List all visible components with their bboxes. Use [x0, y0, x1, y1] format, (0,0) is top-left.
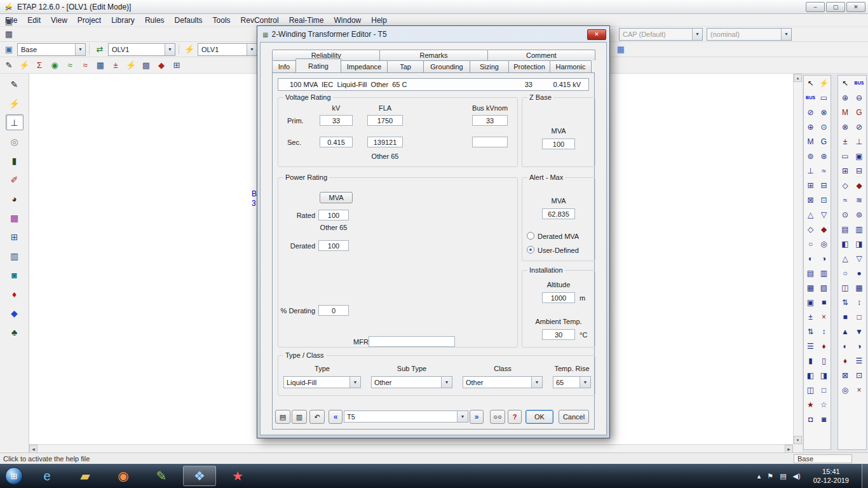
palette-element-icon[interactable]: ±	[838, 134, 852, 149]
prim-kv-field[interactable]: 33	[320, 115, 353, 126]
palette-element-icon[interactable]: ×	[817, 309, 831, 324]
palette-element-icon[interactable]: △	[838, 251, 852, 266]
palette-element-icon[interactable]: ◇	[838, 178, 852, 193]
tab[interactable]: Tap	[387, 60, 424, 72]
palette-element-icon[interactable]: ○	[838, 266, 852, 280]
clock[interactable]: 15:41 02-12-2019	[807, 467, 855, 485]
scroll-up-icon[interactable]: ▲	[794, 74, 802, 82]
palette-element-icon[interactable]: ⊕	[838, 90, 852, 105]
palette-element-icon[interactable]: ▯	[817, 353, 831, 368]
palette-element-icon[interactable]: ▥	[852, 222, 866, 236]
palette-element-icon[interactable]: ◨	[817, 368, 831, 383]
sync-icon[interactable]: ⇄	[93, 43, 107, 56]
palette-element-icon[interactable]: ⊙	[817, 119, 831, 134]
prim-fla-field[interactable]: 1750	[367, 115, 403, 126]
tab[interactable]: Grounding	[423, 60, 470, 72]
toolbar-icon[interactable]: ◉	[48, 59, 62, 72]
menu-item[interactable]: Edit	[22, 15, 46, 26]
mva-unit-button[interactable]: MVA	[320, 192, 353, 203]
palette-element-icon[interactable]: ▦	[852, 280, 866, 295]
palette-element-icon[interactable]: ↖	[838, 76, 852, 90]
palette-element-icon[interactable]: ▭	[817, 90, 831, 105]
taskbar-app-icon[interactable]: e	[31, 466, 64, 486]
tab[interactable]: Impedance	[341, 60, 388, 72]
next-element-button[interactable]: »	[470, 410, 484, 424]
tab[interactable]: Sizing	[470, 60, 509, 72]
palette-element-icon[interactable]: ◎	[838, 383, 852, 397]
ok-button[interactable]: OK	[526, 410, 553, 424]
tool-icon[interactable]: ▮	[6, 152, 24, 168]
show-desktop-button[interactable]	[862, 464, 868, 488]
menu-item[interactable]: Real-Time	[284, 15, 329, 26]
palette-element-icon[interactable]: ⊥	[852, 134, 866, 149]
toolbar-icon[interactable]: ⚡	[17, 59, 31, 72]
toolbar-icon[interactable]: ▣	[2, 15, 16, 28]
palette-element-icon[interactable]: G	[852, 105, 866, 119]
minimize-button[interactable]: ‒	[806, 2, 825, 12]
copy-button[interactable]: ▤	[275, 410, 290, 424]
taskbar-app-icon[interactable]: ❖	[183, 466, 216, 486]
palette-element-icon[interactable]: ◫	[804, 383, 817, 397]
class-combo[interactable]: Other▼	[463, 376, 543, 388]
palette-element-icon[interactable]: ⇅	[804, 324, 817, 339]
taskbar-app-icon[interactable]: ✎	[145, 466, 178, 486]
toolbar-icon[interactable]: ✂	[2, 3, 16, 15]
toolbar-icon[interactable]: Σ	[32, 59, 46, 72]
palette-element-icon[interactable]: ▤	[838, 222, 852, 236]
palette-element-icon[interactable]: ▥	[817, 266, 831, 280]
menu-item[interactable]: Rules	[140, 15, 170, 26]
palette-element-icon[interactable]: ⊙	[838, 207, 852, 222]
palette-element-icon[interactable]: BUS	[804, 90, 817, 105]
dialog-titlebar[interactable]: ▦ 2-Winding Transformer Editor - T5 ✕	[259, 27, 607, 41]
temp-rise-combo[interactable]: 65▼	[553, 376, 591, 388]
menu-item[interactable]: RevControl	[236, 15, 284, 26]
help-button[interactable]: ?	[508, 410, 522, 424]
palette-element-icon[interactable]: ▧	[817, 280, 831, 295]
tool-icon[interactable]: ♦	[6, 286, 24, 302]
tool-icon[interactable]: ⊞	[6, 229, 24, 245]
palette-element-icon[interactable]: △	[804, 207, 817, 222]
tool-icon[interactable]: ▩	[6, 210, 24, 226]
element-navigator-combo[interactable]: T5▼	[344, 410, 468, 423]
tool-icon[interactable]: ✐	[6, 172, 24, 187]
maximize-button[interactable]: ▢	[826, 2, 845, 12]
user-defined-radio-label[interactable]: User-Defined	[538, 247, 579, 254]
close-button[interactable]: ✕	[846, 2, 865, 12]
toolbar-icon[interactable]: ⚡	[124, 59, 138, 72]
toolbar-icon[interactable]: ◎	[2, 0, 16, 3]
palette-element-icon[interactable]: ⇅	[838, 295, 852, 309]
palette-element-icon[interactable]: ⊡	[817, 193, 831, 207]
scroll-down-icon[interactable]: ▼	[794, 436, 802, 444]
type-combo[interactable]: Liquid-Fill▼	[283, 376, 361, 388]
palette-element-icon[interactable]: ☰	[852, 353, 866, 368]
menu-item[interactable]: Help	[366, 15, 392, 26]
palette-element-icon[interactable]: ⊚	[852, 207, 866, 222]
palette-element-icon[interactable]: ⊚	[804, 149, 817, 163]
view-combo[interactable]: OLV1▼	[198, 43, 257, 56]
toolbar-icon[interactable]: ≈	[78, 59, 92, 72]
palette-element-icon[interactable]: ⊗	[817, 105, 831, 119]
tray-icon[interactable]: ▴	[757, 472, 761, 480]
menu-item[interactable]: View	[46, 15, 72, 26]
subtype-combo[interactable]: Other▼	[371, 376, 452, 388]
prev-element-button[interactable]: «	[329, 410, 342, 424]
toolbar-icon[interactable]: ≈	[63, 59, 77, 72]
mfr-field[interactable]	[369, 336, 455, 347]
palette-element-icon[interactable]: ⊞	[838, 163, 852, 178]
tab[interactable]: Protection	[508, 60, 550, 72]
palette-element-icon[interactable]: ↖	[804, 76, 817, 90]
palette-element-icon[interactable]: ○	[804, 236, 817, 251]
dialog-close-button[interactable]: ✕	[587, 29, 606, 40]
palette-element-icon[interactable]: ⊟	[817, 178, 831, 193]
tray-icon[interactable]: ⚑	[767, 472, 773, 480]
tab[interactable]: Comment	[487, 50, 595, 60]
tool-icon[interactable]: ♣	[6, 324, 24, 340]
palette-element-icon[interactable]: ◨	[852, 236, 866, 251]
tool-icon[interactable]: ⊥	[6, 114, 24, 130]
tool-icon[interactable]: ✎	[6, 76, 24, 92]
revision-combo[interactable]: Base▼	[17, 43, 86, 56]
paste-button[interactable]: ▥	[292, 410, 307, 424]
zbase-mva-field[interactable]: 100	[542, 139, 575, 149]
palette-element-icon[interactable]: ☆	[817, 397, 831, 412]
palette-element-icon[interactable]: ◆	[817, 222, 831, 236]
